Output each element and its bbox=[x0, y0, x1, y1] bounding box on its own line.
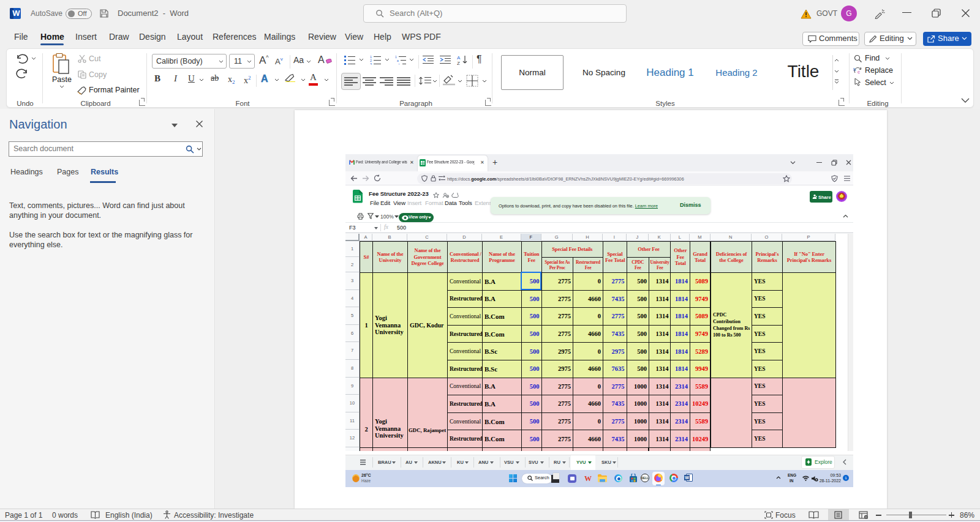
svg-text:c: c bbox=[858, 69, 860, 74]
svg-text:A: A bbox=[457, 55, 461, 61]
svg-text:Z: Z bbox=[457, 61, 460, 65]
svg-text:3: 3 bbox=[370, 62, 372, 65]
svg-text:i: i bbox=[399, 62, 399, 65]
